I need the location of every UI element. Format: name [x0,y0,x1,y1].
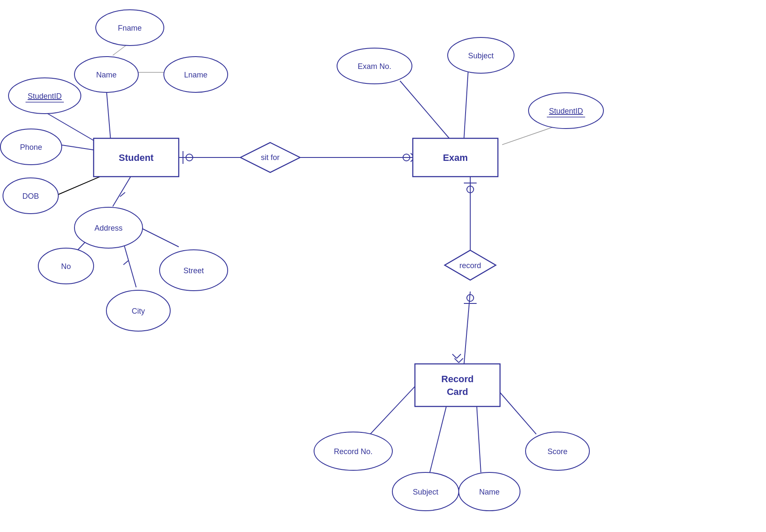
attr-phone-label: Phone [20,143,42,152]
svg-line-10 [459,358,463,363]
attr-subject-exam-label: Subject [468,51,494,60]
entity-record-card-label: Record [441,374,474,384]
attr-fname-label: Fname [118,24,142,32]
attr-name-rc-label: Name [479,488,500,496]
attr-lname-label: Lname [184,71,207,79]
line-address-city [123,243,136,287]
attr-record-no-label: Record No. [334,447,372,456]
line-examno-exam [400,81,451,140]
entity-student-label: Student [119,152,154,163]
svg-line-11 [452,354,457,358]
attr-dob-label: DOB [22,192,39,200]
attr-studentid-student-label: StudentID [28,92,62,100]
attr-score-label: Score [547,447,567,456]
entity-exam-label: Exam [443,152,468,163]
attr-city-label: City [132,307,145,315]
line-studentid-exam [502,126,557,145]
rel-sit-for-label: sit for [261,153,280,162]
attr-address-label: Address [94,224,123,232]
line-record-recordcard [464,292,470,366]
attr-no-label: No [61,262,71,271]
rel-record-label: record [459,261,481,270]
line-name-student [106,89,111,140]
attr-studentid-exam-label: StudentID [549,107,583,115]
attr-name-label: Name [96,71,117,79]
attr-examno-label: Exam No. [357,62,391,71]
line-subject-exam [464,72,468,140]
attr-street-label: Street [183,266,204,275]
attr-subject-rc-label: Subject [413,488,438,496]
line-rc-name [477,404,481,472]
er-diagram: Student Exam Record Card sit for record … [0,0,766,532]
svg-line-12 [457,354,461,358]
tick-city [123,260,129,265]
entity-record-card-label2: Card [447,386,468,397]
entity-record-card [415,364,500,406]
line-student-address [113,174,132,206]
line-rc-subject [430,404,447,472]
svg-line-9 [454,358,459,363]
